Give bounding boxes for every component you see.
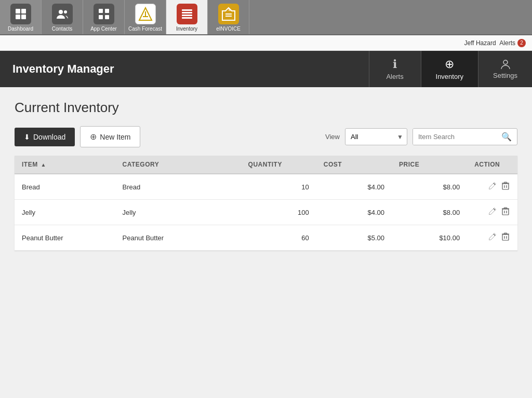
sort-arrow-item: ▲ bbox=[41, 162, 46, 168]
cell-price-1: $8.00 bbox=[392, 200, 467, 225]
col-header-price: PRICE bbox=[392, 156, 467, 174]
svg-rect-3 bbox=[21, 15, 26, 19]
svg-rect-0 bbox=[16, 9, 20, 13]
nav-item-appcenter[interactable]: App Center bbox=[83, 0, 125, 34]
delete-button-2[interactable] bbox=[501, 231, 510, 244]
nav-contacts-label: Contacts bbox=[52, 26, 72, 32]
nav-item-contacts[interactable]: Contacts bbox=[42, 0, 83, 34]
col-header-cost: COST bbox=[316, 156, 392, 174]
nav-inventory-label: Inventory bbox=[176, 26, 197, 32]
cell-cost-1: $4.00 bbox=[316, 200, 392, 225]
svg-rect-9 bbox=[105, 15, 109, 19]
cell-item-0: Bread bbox=[15, 174, 115, 200]
svg-rect-15 bbox=[182, 15, 192, 16]
view-section: View All Active Inactive ▼ 🔍 bbox=[325, 128, 517, 145]
username: Jeff Hazard bbox=[464, 39, 496, 47]
svg-point-21 bbox=[503, 60, 508, 64]
svg-rect-36 bbox=[504, 233, 507, 234]
new-item-button[interactable]: ⊕ New Item bbox=[80, 126, 140, 147]
cashforecast-icon bbox=[135, 4, 156, 24]
table-body: Bread Bread 10 $4.00 $8.00 bbox=[15, 174, 517, 251]
table-header-row: ITEM ▲ CATEGORY QUANTITY COST PRICE ACTI… bbox=[15, 156, 517, 174]
cell-cost-2: $5.00 bbox=[316, 225, 392, 251]
col-item-label: ITEM bbox=[22, 161, 38, 168]
tab-settings-label: Settings bbox=[493, 72, 517, 79]
table-row: Jelly Jelly 100 $4.00 $8.00 bbox=[15, 200, 517, 225]
svg-rect-14 bbox=[182, 12, 192, 13]
cell-quantity-0: 10 bbox=[241, 174, 316, 200]
tab-inventory[interactable]: ⊕ Inventory bbox=[421, 51, 478, 87]
svg-rect-8 bbox=[99, 15, 103, 19]
tab-alerts[interactable]: ℹ Alerts bbox=[369, 51, 421, 87]
svg-rect-16 bbox=[182, 17, 192, 19]
nav-item-dashboard[interactable]: Dashboard bbox=[0, 0, 42, 34]
inventory-icon bbox=[177, 4, 197, 24]
svg-rect-7 bbox=[105, 9, 109, 13]
view-select-wrapper: All Active Inactive ▼ bbox=[345, 128, 407, 145]
nav-einvoice-label: eINVOICE bbox=[216, 26, 241, 32]
new-item-label: New Item bbox=[100, 133, 130, 141]
delete-button-1[interactable] bbox=[501, 206, 510, 218]
cell-cost-0: $4.00 bbox=[316, 174, 392, 200]
edit-button-1[interactable] bbox=[487, 206, 498, 218]
svg-rect-22 bbox=[502, 184, 509, 189]
toolbar: ⬇ Download ⊕ New Item View All Active In… bbox=[15, 126, 517, 147]
edit-button-2[interactable] bbox=[487, 231, 498, 244]
cell-category-1: Jelly bbox=[115, 200, 241, 225]
cell-price-2: $10.00 bbox=[392, 225, 467, 251]
download-icon: ⬇ bbox=[24, 133, 30, 141]
alerts-label[interactable]: Alerts bbox=[499, 39, 515, 47]
svg-rect-2 bbox=[16, 15, 20, 19]
svg-point-5 bbox=[64, 10, 67, 13]
search-button[interactable]: 🔍 bbox=[496, 129, 517, 145]
col-quantity-label: QUANTITY bbox=[248, 161, 282, 168]
search-wrapper: 🔍 bbox=[413, 128, 517, 145]
search-icon: 🔍 bbox=[501, 132, 512, 141]
delete-button-0[interactable] bbox=[501, 181, 510, 193]
section-title: Current Inventory bbox=[15, 100, 517, 116]
top-navigation: Dashboard Contacts App Center bbox=[0, 0, 532, 35]
settings-tab-icon bbox=[500, 59, 511, 70]
app-header: Inventory Manager ℹ Alerts ⊕ Inventory S… bbox=[0, 51, 532, 87]
nav-item-cashforecast[interactable]: Cash Forecast bbox=[125, 0, 166, 34]
svg-rect-6 bbox=[99, 9, 103, 13]
cell-category-0: Bread bbox=[115, 174, 241, 200]
search-input[interactable] bbox=[413, 129, 496, 145]
tab-alerts-label: Alerts bbox=[386, 73, 403, 80]
table-row: Peanut Butter Peanut Butter 60 $5.00 $10… bbox=[15, 225, 517, 251]
download-button[interactable]: ⬇ Download bbox=[15, 128, 75, 146]
edit-button-0[interactable] bbox=[487, 181, 498, 193]
cell-item-1: Jelly bbox=[15, 200, 115, 225]
alerts-count-badge[interactable]: 2 bbox=[517, 39, 526, 47]
col-cost-label: COST bbox=[324, 161, 342, 168]
cell-item-2: Peanut Butter bbox=[15, 225, 115, 251]
col-header-quantity: QUANTITY bbox=[241, 156, 316, 174]
download-label: Download bbox=[33, 133, 65, 141]
col-price-label: PRICE bbox=[399, 161, 419, 168]
table-row: Bread Bread 10 $4.00 $8.00 bbox=[15, 174, 517, 200]
col-action-label: ACTION bbox=[474, 161, 500, 168]
dashboard-icon bbox=[10, 4, 31, 24]
nav-item-einvoice[interactable]: eINVOICE bbox=[208, 0, 249, 34]
svg-rect-13 bbox=[182, 9, 192, 11]
cell-action-1 bbox=[467, 200, 517, 225]
nav-appcenter-label: App Center bbox=[90, 26, 117, 32]
inventory-table: ITEM ▲ CATEGORY QUANTITY COST PRICE ACTI… bbox=[15, 156, 517, 251]
tab-settings[interactable]: Settings bbox=[478, 51, 532, 87]
contacts-icon bbox=[52, 4, 73, 24]
svg-rect-26 bbox=[504, 182, 507, 183]
nav-item-inventory[interactable]: Inventory bbox=[166, 0, 208, 34]
einvoice-icon bbox=[218, 4, 239, 24]
col-category-label: CATEGORY bbox=[123, 161, 159, 168]
view-label: View bbox=[325, 133, 340, 141]
cell-action-2 bbox=[467, 225, 517, 251]
app-title: Inventory Manager bbox=[0, 51, 369, 87]
cell-quantity-1: 100 bbox=[241, 200, 316, 225]
appcenter-icon bbox=[94, 4, 114, 24]
col-header-action: ACTION bbox=[467, 156, 517, 174]
col-header-item[interactable]: ITEM ▲ bbox=[15, 156, 115, 174]
user-bar: Jeff Hazard Alerts 2 bbox=[0, 35, 532, 51]
cell-action-0 bbox=[467, 174, 517, 200]
col-header-category: CATEGORY bbox=[115, 156, 241, 174]
view-select[interactable]: All Active Inactive bbox=[345, 128, 407, 145]
